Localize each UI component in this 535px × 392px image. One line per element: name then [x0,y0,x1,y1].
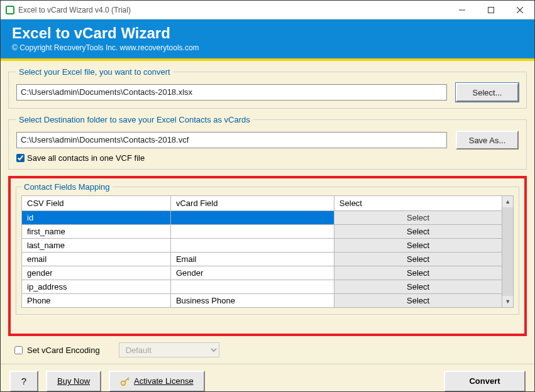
scroll-up-icon[interactable]: ▲ [502,196,513,207]
source-legend: Select your Excel file, you want to conv… [16,67,173,77]
encoding-label: Set vCard Encoding [27,346,100,355]
buy-now-button[interactable]: Buy Now [46,371,101,392]
titlebar: Excel to vCard Wizard v4.0 (Trial) [1,1,534,19]
mapping-header-csv[interactable]: CSV Field [22,196,171,211]
copyright-text: © Copyright RecoveryTools Inc. www.recov… [12,43,523,52]
app-header: Excel to vCard Wizard © Copyright Recove… [1,19,534,61]
select-mapping-button[interactable]: Select [334,266,502,280]
csv-field-cell[interactable]: id [22,211,171,225]
scroll-down-icon[interactable]: ▼ [502,296,513,307]
vcard-field-cell[interactable]: Business Phone [170,294,334,308]
csv-field-cell[interactable]: gender [22,266,171,280]
csv-field-cell[interactable]: email [22,253,171,266]
app-icon [6,6,14,14]
vcard-field-cell[interactable] [170,239,334,253]
help-button[interactable]: ? [9,371,38,392]
minimize-button[interactable] [448,1,477,19]
app-title: Excel to vCard Wizard [12,24,523,42]
save-one-vcf-label: Save all contacts in one VCF file [27,153,145,163]
table-row[interactable]: emailEmailSelect [22,253,502,266]
scroll-track[interactable] [502,207,513,296]
select-mapping-button[interactable]: Select [334,253,502,266]
select-mapping-button[interactable]: Select [334,211,502,225]
svg-line-6 [128,379,129,380]
table-row[interactable]: ip_addressSelect [22,280,502,294]
source-path-input[interactable]: C:\Users\admin\Documents\Contacts-2018.x… [16,84,447,101]
save-one-vcf-checkbox[interactable] [16,154,25,162]
convert-button[interactable]: Convert [444,371,526,392]
encoding-select[interactable]: Default [119,342,219,357]
csv-field-cell[interactable]: first_name [22,225,171,239]
table-row[interactable]: genderGenderSelect [22,266,502,280]
svg-rect-1 [488,7,494,13]
table-row[interactable]: last_nameSelect [22,239,502,253]
csv-field-cell[interactable]: Phone [22,294,171,308]
select-mapping-button[interactable]: Select [334,294,502,308]
mapping-group: Contact Fields Mapping CSV Field vCard F… [16,182,519,315]
key-icon [120,376,130,386]
table-row[interactable]: first_nameSelect [22,225,502,239]
footer: ? Buy Now Activate License Convert [1,364,534,392]
vcard-field-cell[interactable]: Email [170,253,334,266]
source-group: Select your Excel file, you want to conv… [8,67,527,109]
csv-field-cell[interactable]: last_name [22,239,171,253]
dest-path-input[interactable]: C:\Users\admin\Documents\Contacts-2018.v… [16,132,447,148]
vcard-field-cell[interactable]: Gender [170,266,334,280]
mapping-table: CSV Field vCard Field Select idSelectfir… [21,195,502,308]
table-row[interactable]: idSelect [22,211,502,225]
mapping-header-vcard[interactable]: vCard Field [170,196,334,211]
select-source-button[interactable]: Select... [456,83,519,102]
vcard-field-cell[interactable] [170,225,334,239]
table-row[interactable]: PhoneBusiness PhoneSelect [22,294,502,308]
mapping-legend: Contact Fields Mapping [21,182,113,192]
vcard-field-cell[interactable] [170,280,334,294]
close-button[interactable] [505,1,534,19]
mapping-highlight: Contact Fields Mapping CSV Field vCard F… [8,176,527,336]
select-mapping-button[interactable]: Select [334,225,502,239]
maximize-button[interactable] [477,1,505,19]
save-as-button[interactable]: Save As... [456,131,519,150]
activate-license-button[interactable]: Activate License [109,371,205,392]
vcard-field-cell[interactable] [170,211,334,225]
svg-point-4 [121,381,125,384]
mapping-scrollbar[interactable]: ▲ ▼ [502,195,514,308]
mapping-header-select[interactable]: Select [334,196,502,211]
select-mapping-button[interactable]: Select [334,280,502,294]
window-title: Excel to vCard Wizard v4.0 (Trial) [18,6,131,14]
encoding-checkbox[interactable] [14,346,23,354]
csv-field-cell[interactable]: ip_address [22,280,171,294]
select-mapping-button[interactable]: Select [334,239,502,253]
dest-legend: Select Destination folder to save your E… [16,115,253,124]
dest-group: Select Destination folder to save your E… [8,115,527,170]
